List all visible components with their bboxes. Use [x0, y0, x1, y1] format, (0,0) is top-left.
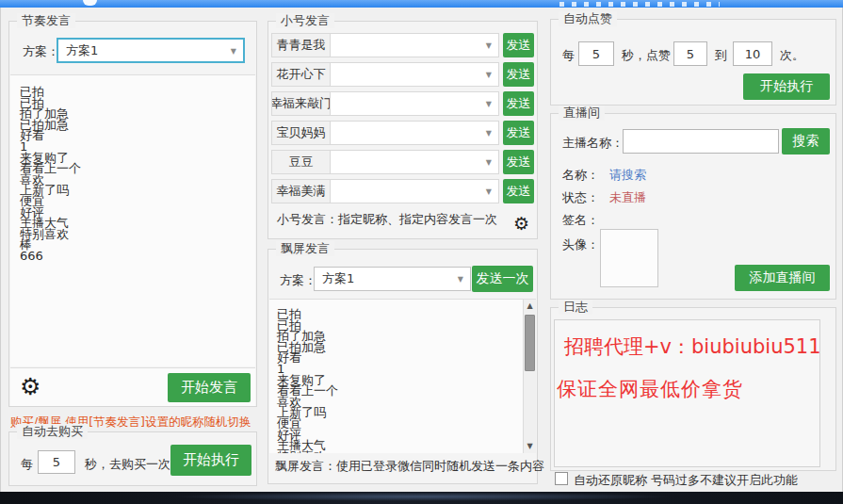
content-combobox[interactable]: ▼ — [331, 63, 498, 86]
chevron-down-icon: ▼ — [486, 100, 492, 108]
send-once-button[interactable]: 发送一次 — [472, 266, 533, 292]
content-combobox[interactable]: ▼ — [331, 34, 498, 57]
start-speech-button[interactable]: 开始发言 — [168, 373, 251, 402]
room-name-value: 请搜索 — [609, 167, 646, 184]
scroll-up-icon[interactable]: ▲ — [524, 300, 536, 313]
alt-account-panel: 小号发言 青青是我 ▼ 发送 花开心下 — [267, 21, 538, 239]
chevron-down-icon: ▼ — [486, 129, 492, 138]
app-logo-icon — [83, 0, 97, 6]
send-button[interactable]: 发送 — [503, 150, 534, 174]
like-to-label: 到 — [715, 47, 727, 64]
add-room-button[interactable]: 添加直播间 — [735, 265, 830, 291]
nickname-label: 青青是我 — [272, 34, 331, 57]
plan-value: 方案1 — [66, 42, 98, 59]
alt-account-combo: 宝贝妈妈 ▼ — [271, 121, 499, 145]
log-line: 招聘代理+v：biubiubiu5116 — [564, 333, 819, 360]
send-button[interactable]: 发送 — [503, 33, 534, 57]
panel-title: 自动点赞 — [559, 11, 617, 26]
log-line: 保证全网最低价拿货 — [557, 376, 819, 402]
float-caption: 飘屏发言：使用已登录微信同时随机发送一条内容 — [275, 458, 544, 475]
nickname-label: 花开心下 — [272, 63, 331, 86]
float-speech-panel: 飘屏发言 方案： 方案1 ▼ 发送一次 已拍 已拍 拍了加急 已拍加急 好看 1… — [267, 249, 538, 484]
restore-nickname-label: 自动还原昵称 — [574, 472, 647, 489]
like-max-input[interactable] — [733, 41, 772, 66]
window-client-area: 节奏发言 方案： 方案1 ▼ 已拍 已拍 拍了加急 已拍加急 好看 1 来复购了… — [0, 8, 843, 492]
chevron-down-icon: ▼ — [486, 158, 492, 167]
log-panel: 日志 招聘代理+v：biubiubiu5116 保证全网最低价拿货 — [550, 307, 836, 471]
rhythm-action-bar: ⚙ 开始发言 — [10, 367, 255, 406]
send-button[interactable]: 发送 — [503, 179, 534, 203]
alt-account-combo: 幸福美满 ▼ — [271, 179, 499, 203]
chevron-down-icon: ▼ — [458, 275, 463, 284]
chevron-down-icon: ▼ — [231, 46, 236, 55]
panel-title: 节奏发言 — [17, 13, 75, 28]
like-mid-label: 秒，点赞 — [622, 47, 671, 64]
float-message-list[interactable]: 已拍 已拍 拍了加急 已拍加急 好看 1 来复购了 看看上一个 喜欢 上新了吗 … — [269, 300, 522, 453]
alt-account-row: 花开心下 ▼ 发送 — [271, 62, 534, 87]
alt-account-caption: 小号发言：指定昵称、指定内容发言一次 — [277, 211, 497, 228]
send-button[interactable]: 发送 — [503, 62, 534, 87]
alt-account-row: 豆豆 ▼ 发送 — [271, 150, 534, 174]
send-button[interactable]: 发送 — [503, 121, 534, 145]
anchor-name-label: 主播名称： — [562, 135, 624, 152]
like-min-input[interactable] — [673, 41, 707, 66]
panel-title: 小号发言 — [276, 13, 334, 28]
log-output[interactable]: 招聘代理+v：biubiubiu5116 保证全网最低价拿货 — [554, 319, 820, 467]
plan-value: 方案1 — [322, 270, 354, 287]
like-interval-input[interactable] — [578, 41, 614, 66]
room-status-label: 状态： — [562, 189, 599, 206]
panel-title: 直播间 — [559, 106, 605, 121]
like-prefix-label: 每 — [562, 47, 575, 64]
alt-account-rows: 青青是我 ▼ 发送 花开心下 ▼ 发送 — [268, 33, 537, 208]
plan-label: 方案： — [280, 272, 316, 289]
chevron-down-icon: ▼ — [486, 71, 492, 79]
scroll-down-icon[interactable]: ▼ — [524, 440, 536, 453]
gear-icon[interactable]: ⚙ — [513, 215, 529, 233]
send-button[interactable]: 发送 — [503, 91, 534, 116]
search-button[interactable]: 搜索 — [782, 128, 830, 154]
avatar-label: 头像： — [562, 236, 599, 253]
nickname-label: 幸福美满 — [272, 180, 331, 203]
room-name-label: 名称： — [562, 167, 599, 184]
footer-note: 号码过多不建议开启此功能 — [651, 472, 798, 489]
chevron-down-icon: ▼ — [486, 41, 492, 50]
signature-label: 签名： — [562, 212, 599, 229]
panel-title: 日志 — [559, 300, 592, 315]
start-buy-button[interactable]: 开始执行 — [170, 445, 251, 476]
gear-icon[interactable]: ⚙ — [20, 375, 41, 398]
plan-label: 方案： — [23, 43, 59, 60]
scrollbar-thumb[interactable] — [525, 315, 535, 371]
rhythm-speech-panel: 节奏发言 方案： 方案1 ▼ 已拍 已拍 拍了加急 已拍加急 好看 1 来复购了… — [8, 21, 257, 407]
alt-account-combo: 豆豆 ▼ — [271, 150, 499, 174]
start-like-button[interactable]: 开始执行 — [743, 73, 830, 100]
rhythm-message-list[interactable]: 已拍 已拍 拍了加急 已拍加急 好看 1 来复购了 看看上一个 喜欢 上新了吗 … — [10, 75, 255, 366]
content-combobox[interactable]: ▼ — [331, 180, 498, 203]
content-combobox[interactable]: ▼ — [331, 92, 498, 115]
panel-title: 飘屏发言 — [276, 241, 334, 256]
alt-account-row: 宝贝妈妈 ▼ 发送 — [271, 121, 534, 145]
scrollbar[interactable]: ▲ ▼ — [523, 300, 536, 453]
avatar — [600, 229, 658, 287]
restore-nickname-checkbox[interactable] — [555, 472, 568, 485]
chevron-down-icon: ▼ — [486, 187, 492, 196]
content-combobox[interactable]: ▼ — [331, 122, 498, 144]
like-suffix-label: 次。 — [780, 47, 804, 64]
nickname-label: 豆豆 — [272, 151, 331, 173]
alt-account-row: 青青是我 ▼ 发送 — [271, 33, 534, 57]
alt-account-row: 幸福来敲门 ▼ 发送 — [271, 91, 534, 116]
auto-buy-panel: 自动去购买 每 秒，去购买一次 开始执行 — [8, 431, 257, 486]
title-bar — [0, 0, 843, 8]
live-room-panel: 直播间 主播名称： 搜索 名称： 请搜索 状态： 未直播 签名： 头像： 添加直… — [550, 113, 836, 300]
buy-interval-input[interactable] — [38, 450, 75, 474]
float-list-container: 已拍 已拍 拍了加急 已拍加急 好看 1 来复购了 看看上一个 喜欢 上新了吗 … — [269, 300, 536, 453]
nickname-label: 幸福来敲门 — [272, 92, 331, 115]
desktop-background — [0, 492, 843, 504]
room-status-value: 未直播 — [609, 189, 646, 206]
anchor-name-input[interactable] — [623, 129, 779, 154]
alt-account-combo: 幸福来敲门 ▼ — [271, 91, 499, 116]
float-plan-combobox[interactable]: 方案1 ▼ — [314, 267, 471, 291]
rhythm-plan-combobox[interactable]: 方案1 ▼ — [57, 38, 245, 63]
nickname-label: 宝贝妈妈 — [272, 122, 331, 144]
auto-like-panel: 自动点赞 每 秒，点赞 到 次。 开始执行 — [550, 19, 836, 106]
content-combobox[interactable]: ▼ — [331, 151, 498, 173]
